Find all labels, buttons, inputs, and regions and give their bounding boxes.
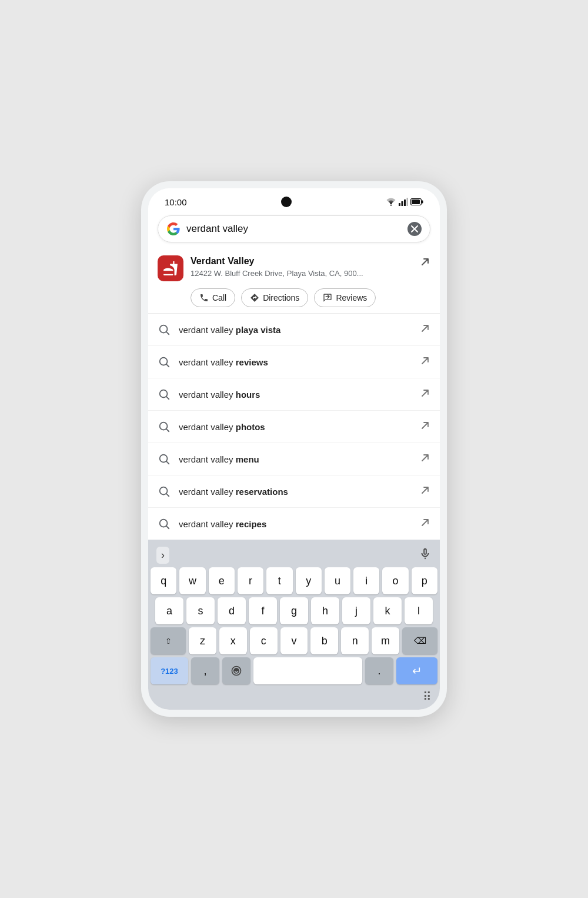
svg-rect-3 xyxy=(404,199,406,206)
search-input[interactable] xyxy=(186,223,402,235)
suggestion-text-1: verdant valley reviews xyxy=(179,357,412,367)
status-bar: 10:00 xyxy=(148,188,440,211)
key-u[interactable]: u xyxy=(325,567,350,594)
search-icon-0 xyxy=(158,323,171,336)
keyboard-mic-button[interactable] xyxy=(419,547,432,563)
suggestion-arrow-2 xyxy=(420,388,430,401)
key-q[interactable]: q xyxy=(151,567,176,594)
svg-rect-1 xyxy=(399,203,400,206)
directions-label: Directions xyxy=(263,293,299,302)
place-actions: Call Directions Reviews xyxy=(191,288,430,307)
phone-frame: 10:00 xyxy=(141,181,447,717)
suggestions-list: verdant valley playa vista verdant valle… xyxy=(148,314,440,540)
status-icons xyxy=(386,198,423,206)
key-period[interactable]: . xyxy=(365,657,393,684)
key-v[interactable]: v xyxy=(280,627,308,654)
search-bar-container xyxy=(148,211,440,247)
key-z[interactable]: z xyxy=(189,627,216,654)
search-icon-6 xyxy=(158,517,171,530)
kb-toolbar: › xyxy=(151,544,437,567)
key-n[interactable]: n xyxy=(341,627,369,654)
key-d[interactable]: d xyxy=(218,597,246,624)
search-bar[interactable] xyxy=(158,215,430,242)
key-c[interactable]: c xyxy=(250,627,278,654)
key-l[interactable]: l xyxy=(405,597,433,624)
keyboard-grid-icon: ⠿ xyxy=(423,690,432,704)
suggestion-row-0[interactable]: verdant valley playa vista xyxy=(148,314,440,346)
key-numbers[interactable]: ?123 xyxy=(151,657,188,684)
call-button[interactable]: Call xyxy=(191,288,235,307)
key-shift[interactable]: ⇧ xyxy=(151,627,186,654)
search-icon-5 xyxy=(158,485,171,498)
suggestion-row-5[interactable]: verdant valley reservations xyxy=(148,475,440,508)
phone-icon xyxy=(199,293,209,302)
svg-rect-7 xyxy=(422,201,423,204)
suggestion-arrow-3 xyxy=(420,420,430,433)
reviews-icon xyxy=(323,293,332,302)
suggestion-text-3: verdant valley photos xyxy=(179,422,412,432)
key-f[interactable]: f xyxy=(249,597,277,624)
key-y[interactable]: y xyxy=(296,567,322,594)
suggestion-row-3[interactable]: verdant valley photos xyxy=(148,411,440,443)
key-o[interactable]: o xyxy=(382,567,408,594)
search-icon-2 xyxy=(158,388,171,401)
key-j[interactable]: j xyxy=(342,597,370,624)
key-t[interactable]: t xyxy=(266,567,292,594)
key-enter[interactable]: ↵ xyxy=(396,657,437,684)
suggestion-row-4[interactable]: verdant valley menu xyxy=(148,443,440,475)
suggestion-row-1[interactable]: verdant valley reviews xyxy=(148,346,440,378)
keyboard: › q w e r t y u i o xyxy=(148,540,440,710)
keyboard-chevron-button[interactable]: › xyxy=(156,547,169,564)
clear-button[interactable] xyxy=(407,222,422,236)
key-globe[interactable] xyxy=(222,657,250,684)
battery-icon xyxy=(410,198,423,205)
wifi-icon xyxy=(386,198,396,206)
place-name: Verdant Valley xyxy=(191,255,413,268)
key-space[interactable] xyxy=(253,657,362,684)
key-g[interactable]: g xyxy=(280,597,308,624)
place-arrow-icon xyxy=(420,257,430,270)
key-comma[interactable]: , xyxy=(191,657,219,684)
place-result: Verdant Valley 12422 W. Bluff Creek Driv… xyxy=(148,247,440,314)
directions-button[interactable]: Directions xyxy=(241,288,308,307)
place-icon xyxy=(158,255,183,281)
key-e[interactable]: e xyxy=(209,567,235,594)
kb-row-3: ⇧ z x c v b n m ⌫ xyxy=(151,627,437,654)
place-row: Verdant Valley 12422 W. Bluff Creek Driv… xyxy=(158,255,430,281)
key-x[interactable]: x xyxy=(219,627,247,654)
reviews-button[interactable]: Reviews xyxy=(314,288,376,307)
key-backspace[interactable]: ⌫ xyxy=(402,627,437,654)
phone-inner: 10:00 xyxy=(148,188,440,710)
key-r[interactable]: r xyxy=(238,567,263,594)
svg-point-0 xyxy=(390,205,392,206)
svg-rect-6 xyxy=(412,199,420,204)
suggestion-arrow-5 xyxy=(420,485,430,498)
suggestion-row-6[interactable]: verdant valley recipes xyxy=(148,508,440,540)
key-s[interactable]: s xyxy=(186,597,215,624)
place-address: 12422 W. Bluff Creek Drive, Playa Vista,… xyxy=(191,269,413,278)
key-h[interactable]: h xyxy=(311,597,339,624)
suggestion-arrow-6 xyxy=(420,517,430,530)
suggestion-text-4: verdant valley menu xyxy=(179,454,412,464)
reviews-label: Reviews xyxy=(336,293,367,302)
camera-notch xyxy=(281,197,292,207)
google-logo xyxy=(166,222,181,236)
directions-icon xyxy=(250,293,259,302)
suggestion-row-2[interactable]: verdant valley hours xyxy=(148,378,440,411)
key-p[interactable]: p xyxy=(412,567,437,594)
svg-rect-4 xyxy=(406,198,408,206)
search-icon-1 xyxy=(158,355,171,368)
key-a[interactable]: a xyxy=(155,597,183,624)
signal-icon xyxy=(399,198,408,206)
key-i[interactable]: i xyxy=(353,567,379,594)
restaurant-icon xyxy=(163,261,178,276)
kb-bottom-bar: ⠿ xyxy=(151,687,437,707)
suggestion-arrow-4 xyxy=(420,453,430,465)
key-b[interactable]: b xyxy=(310,627,338,654)
key-m[interactable]: m xyxy=(372,627,399,654)
kb-row-4: ?123 , . ↵ xyxy=(151,657,437,684)
key-w[interactable]: w xyxy=(179,567,205,594)
suggestion-text-5: verdant valley reservations xyxy=(179,487,412,497)
key-k[interactable]: k xyxy=(373,597,402,624)
call-label: Call xyxy=(212,293,226,302)
